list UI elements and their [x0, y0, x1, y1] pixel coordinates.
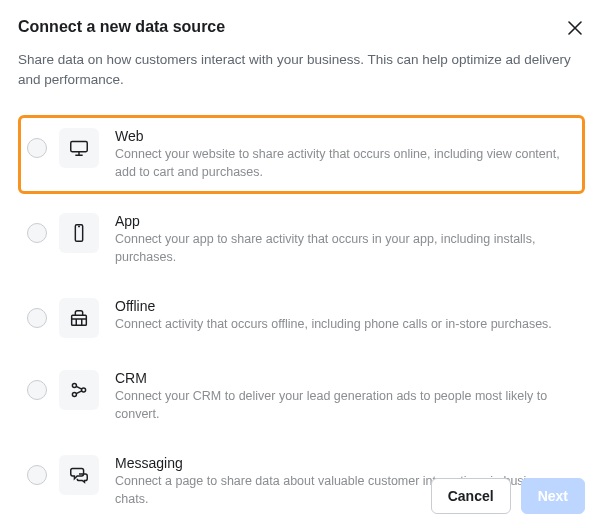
- option-desc: Connect your website to share activity t…: [115, 146, 572, 181]
- radio-web[interactable]: [27, 138, 47, 158]
- option-title: Web: [115, 128, 572, 144]
- option-web[interactable]: Web Connect your website to share activi…: [18, 115, 585, 194]
- next-button[interactable]: Next: [521, 478, 585, 514]
- option-title: App: [115, 213, 572, 229]
- radio-messaging[interactable]: [27, 465, 47, 485]
- radio-crm[interactable]: [27, 380, 47, 400]
- web-icon: [59, 128, 99, 168]
- radio-offline[interactable]: [27, 308, 47, 328]
- svg-rect-2: [72, 315, 87, 325]
- offline-icon: [59, 298, 99, 338]
- option-offline[interactable]: Offline Connect activity that occurs off…: [18, 285, 585, 351]
- crm-icon: [59, 370, 99, 410]
- svg-point-4: [72, 393, 76, 397]
- cancel-button[interactable]: Cancel: [431, 478, 511, 514]
- svg-point-5: [82, 388, 86, 392]
- option-title: CRM: [115, 370, 572, 386]
- radio-app[interactable]: [27, 223, 47, 243]
- option-crm[interactable]: CRM Connect your CRM to deliver your lea…: [18, 357, 585, 436]
- close-button[interactable]: [565, 18, 585, 38]
- option-title: Offline: [115, 298, 572, 314]
- options-list: Web Connect your website to share activi…: [18, 115, 585, 521]
- option-app[interactable]: App Connect your app to share activity t…: [18, 200, 585, 279]
- dialog-subtitle: Share data on how customers interact wit…: [18, 50, 585, 89]
- dialog-footer: Cancel Next: [431, 478, 585, 514]
- close-icon: [568, 21, 582, 35]
- messaging-icon: [59, 455, 99, 495]
- option-desc: Connect activity that occurs offline, in…: [115, 316, 572, 334]
- option-desc: Connect your app to share activity that …: [115, 231, 572, 266]
- option-desc: Connect your CRM to deliver your lead ge…: [115, 388, 572, 423]
- option-title: Messaging: [115, 455, 572, 471]
- app-icon: [59, 213, 99, 253]
- dialog-title: Connect a new data source: [18, 18, 225, 36]
- svg-rect-0: [71, 142, 88, 152]
- svg-point-3: [72, 384, 76, 388]
